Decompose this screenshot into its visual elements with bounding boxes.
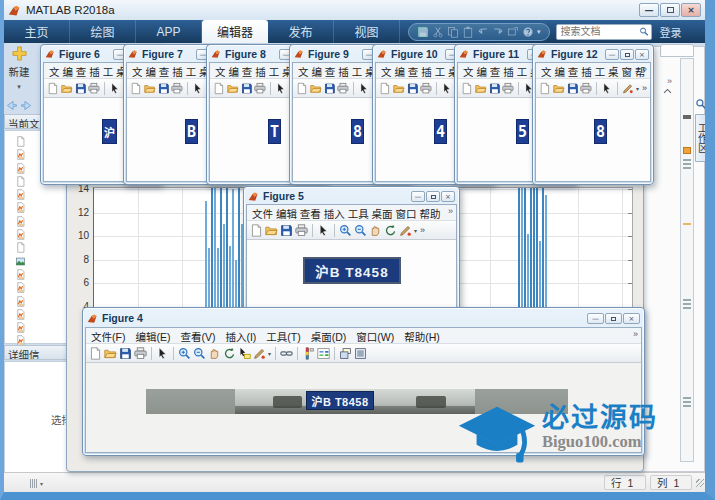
ribbon-tab-发布[interactable]: 发布 [268,20,334,43]
brush-icon[interactable] [399,224,412,237]
dropdown-arrow-icon[interactable]: ▾ [268,350,271,357]
rotate-icon[interactable] [384,224,397,237]
matlab-figure-icon[interactable] [294,49,304,59]
menu-item[interactable]: 编辑(E) [135,331,170,343]
figure-toolbar[interactable]: ▾» [536,79,650,98]
menu-item[interactable]: 查看(V) [180,331,215,343]
cursor-icon[interactable] [317,224,330,237]
save-icon[interactable] [119,347,132,360]
new-icon[interactable] [296,82,308,95]
cursor-icon[interactable] [601,82,613,95]
copy-icon[interactable] [447,26,459,38]
help-icon[interactable] [522,26,534,38]
print-icon[interactable] [171,82,183,95]
menu-item[interactable]: 窗口(W) [356,331,394,343]
save-icon[interactable] [489,82,501,95]
workspace-vertical-tab[interactable]: 工作区 [695,114,709,162]
resize-grip[interactable] [696,479,704,487]
save-icon[interactable] [417,26,429,38]
ribbon-tab-编辑器[interactable]: 编辑器 [202,20,268,43]
open-icon[interactable] [553,82,565,95]
menu-overflow-icon[interactable]: » [642,64,647,74]
open-icon[interactable] [227,82,239,95]
m-file-icon[interactable] [15,163,26,174]
ribbon-tab-APP[interactable]: APP [136,20,202,43]
forward-arrow-icon[interactable] [20,99,33,112]
print-icon[interactable] [88,82,100,95]
m-file-icon[interactable] [15,282,26,293]
save-icon[interactable] [241,82,253,95]
cursor-icon[interactable] [109,82,121,95]
matlab-figure-icon[interactable] [537,49,547,59]
dock-icon[interactable] [339,347,352,360]
menu-item[interactable]: 文件(F) [91,331,125,343]
cursor-icon[interactable] [192,82,204,95]
m-file-icon[interactable] [15,202,26,213]
print-icon[interactable] [295,224,308,237]
statusbar-grip[interactable]: ▾ [30,479,43,488]
print-icon[interactable] [580,82,592,95]
figure5-window[interactable]: Figure 5 — × 文件 编辑 查看 插入 工具 桌面 窗口 帮助 » ▾… [243,186,460,313]
print-icon[interactable] [134,347,147,360]
figure4-toolbar[interactable]: ▾ [86,344,641,363]
menu-overflow-icon[interactable]: » [633,329,638,339]
matlab-figure-icon[interactable] [211,49,221,59]
open-icon[interactable] [393,82,405,95]
cursor-icon[interactable] [441,82,453,95]
save-icon[interactable] [324,82,336,95]
figure-menu-bar[interactable]: 文 编 查 插 工 桌 窗 帮» [536,63,650,79]
open-icon[interactable] [310,82,322,95]
figure-title-bar[interactable]: Figure 12—× [535,47,651,61]
save-icon[interactable] [75,82,87,95]
collapse-icon[interactable] [683,115,691,119]
save-icon[interactable] [567,82,579,95]
dropdown-arrow-icon[interactable]: ▾ [414,227,417,234]
minimize-button[interactable]: — [605,49,619,60]
new-icon[interactable] [130,82,142,95]
menu-item[interactable]: 帮助(H) [404,331,440,343]
hand-icon[interactable] [208,347,221,360]
annotation-marker-orange[interactable] [683,147,691,154]
new-script-button[interactable]: 新建 ▾ [4,46,34,98]
save-icon[interactable] [280,224,293,237]
link-icon[interactable] [280,347,293,360]
m-file-icon[interactable] [15,296,26,307]
close-button[interactable]: × [681,3,701,17]
minimize-button[interactable]: — [639,3,659,17]
new-icon[interactable] [213,82,225,95]
brush-icon[interactable] [622,82,634,95]
maximize-button[interactable] [605,313,622,324]
legend-icon[interactable] [317,347,330,360]
maximize-button[interactable] [426,191,440,202]
figure5-toolbar[interactable]: ▾» [247,221,456,240]
rotate-icon[interactable] [223,347,236,360]
new-icon[interactable] [89,347,102,360]
workspace-search-icon[interactable] [695,98,707,110]
menu-overflow-icon[interactable]: » [448,206,453,216]
open-icon[interactable] [61,82,73,95]
cut-icon[interactable] [432,26,444,38]
dropdown-arrow-icon[interactable]: ▾ [636,85,639,92]
print-icon[interactable] [254,82,266,95]
matlab-figure-icon[interactable] [128,49,138,59]
print-icon[interactable] [502,82,514,95]
figure5-menu-bar[interactable]: 文件 编辑 查看 插入 工具 桌面 窗口 帮助 » [247,205,456,221]
minimize-button[interactable]: — [587,313,604,324]
menu-item[interactable]: 工具(T) [266,331,300,343]
ribbon-tab-视图[interactable]: 视图 [334,20,400,43]
matlab-figure-icon[interactable] [459,49,469,59]
doc-search-box[interactable] [556,24,652,40]
save-icon[interactable] [407,82,419,95]
paste-icon[interactable] [462,26,474,38]
matlab-figure-icon[interactable] [45,49,55,59]
close-button[interactable]: × [441,191,455,202]
docksq-icon[interactable] [354,347,367,360]
menu-item[interactable]: 桌面(D) [311,331,347,343]
zoomout-icon[interactable] [354,224,367,237]
ribbon-tab-主页[interactable]: 主页 [4,20,70,43]
cursor-icon[interactable] [358,82,370,95]
toolbar-overflow-icon[interactable]: » [642,83,647,93]
redo-icon[interactable] [492,26,504,38]
open-icon[interactable] [144,82,156,95]
print-icon[interactable] [420,82,432,95]
